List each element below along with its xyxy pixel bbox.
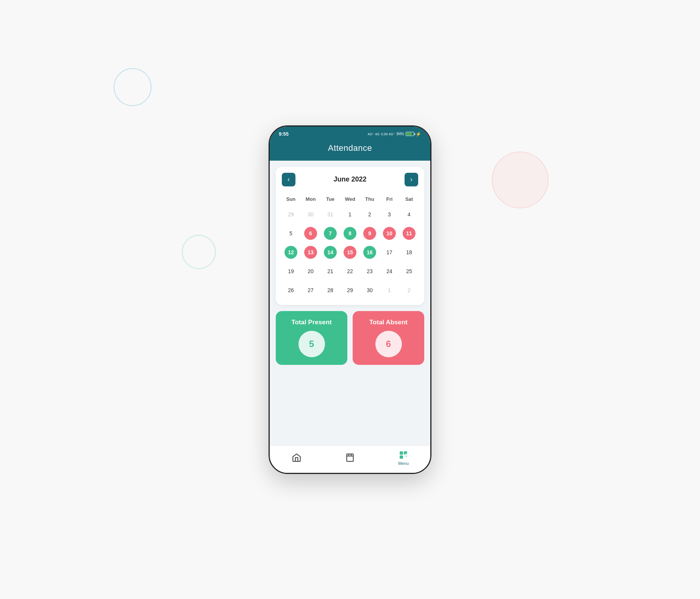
phone-shell: 9:55 4G⁺ 4G 0.00 4G⁺ 84% ⚡ Attendance ‹ … (269, 125, 431, 474)
menu-label: Menu (398, 461, 409, 466)
day-cell[interactable]: 4 (400, 206, 418, 223)
day-cell-present[interactable]: 14 (321, 244, 339, 261)
decorative-circle-blue-outline (114, 68, 152, 106)
day-header-tue: Tue (321, 194, 339, 204)
day-header-mon: Mon (302, 194, 320, 204)
day-cell[interactable]: 27 (302, 282, 320, 299)
day-header-wed: Wed (341, 194, 359, 204)
calendar-card: ‹ June 2022 › Sun Mon Tue Wed Thu Fri Sa… (276, 167, 424, 305)
present-card[interactable]: Total Present 5 (276, 311, 347, 365)
day-cell-absent[interactable]: 11 (400, 225, 418, 242)
day-cell[interactable]: 30 (361, 282, 379, 299)
day-cell-present[interactable]: 8 (341, 225, 359, 242)
charging-icon: ⚡ (416, 131, 421, 137)
day-cell[interactable]: 1 (380, 282, 398, 299)
day-cell[interactable]: 1 (341, 206, 359, 223)
present-label: Total Present (291, 319, 331, 326)
absent-card[interactable]: Total Absent 6 (353, 311, 424, 365)
svg-rect-0 (347, 454, 353, 461)
day-cell[interactable]: 3 (380, 206, 398, 223)
nav-menu[interactable]: + Menu (398, 450, 409, 466)
decorative-circle-red (492, 152, 548, 208)
day-header-fri: Fri (380, 194, 398, 204)
decorative-circle-green (182, 235, 216, 269)
stats-row: Total Present 5 Total Absent 6 (276, 311, 424, 365)
bottom-nav: + Menu (270, 446, 430, 473)
status-bar: 9:55 4G⁺ 4G 0.00 4G⁺ 84% ⚡ (270, 127, 430, 140)
page-title: Attendance (276, 143, 424, 153)
month-title: June 2022 (333, 175, 366, 183)
present-value: 5 (309, 339, 314, 349)
absent-value-circle: 6 (375, 331, 402, 357)
day-cell[interactable]: 18 (400, 244, 418, 261)
day-header-sun: Sun (282, 194, 300, 204)
status-icons: 4G⁺ 4G 0.00 4G⁺ 84% ⚡ (367, 131, 421, 137)
day-cell[interactable]: 2 (400, 282, 418, 299)
day-cell[interactable]: 24 (380, 263, 398, 280)
bookmark-icon (345, 452, 355, 463)
day-cell-present[interactable]: 12 (282, 244, 300, 261)
content-area: ‹ June 2022 › Sun Mon Tue Wed Thu Fri Sa… (270, 161, 430, 446)
app-header: Attendance (270, 140, 430, 161)
absent-label: Total Absent (369, 319, 408, 326)
status-time: 9:55 (279, 131, 289, 137)
day-cell[interactable]: 17 (380, 244, 398, 261)
day-cell-absent[interactable]: 13 (302, 244, 320, 261)
menu-icon: + (398, 450, 409, 460)
battery-icon (406, 132, 414, 136)
day-cell[interactable]: 20 (302, 263, 320, 280)
day-cell[interactable]: 23 (361, 263, 379, 280)
day-cell-absent[interactable]: 9 (361, 225, 379, 242)
day-cell[interactable]: 5 (282, 225, 300, 242)
day-cell-present[interactable]: 16 (361, 244, 379, 261)
absent-value: 6 (386, 339, 391, 349)
day-cell-absent[interactable]: 6 (302, 225, 320, 242)
day-cell[interactable]: 30 (302, 206, 320, 223)
data-icon: 0.00 4G⁺ (381, 132, 395, 136)
day-cell-absent[interactable]: 15 (341, 244, 359, 261)
signal-icon: 4G⁺ 4G (367, 132, 380, 136)
day-header-thu: Thu (361, 194, 379, 204)
next-month-button[interactable]: › (405, 173, 418, 186)
day-cell[interactable]: 28 (321, 282, 339, 299)
svg-rect-1 (400, 451, 403, 455)
day-cell[interactable]: 29 (341, 282, 359, 299)
svg-rect-3 (400, 455, 403, 459)
day-header-sat: Sat (400, 194, 418, 204)
day-cell[interactable]: 29 (282, 206, 300, 223)
home-icon (291, 452, 302, 463)
nav-bookmark[interactable] (345, 452, 355, 463)
day-cell[interactable]: 2 (361, 206, 379, 223)
day-cell[interactable]: 25 (400, 263, 418, 280)
battery-percent: 84% (397, 132, 404, 136)
month-navigation: ‹ June 2022 › (282, 173, 418, 186)
day-cell[interactable]: 22 (341, 263, 359, 280)
day-cell[interactable]: 19 (282, 263, 300, 280)
day-cell-present[interactable]: 7 (321, 225, 339, 242)
present-value-circle: 5 (298, 331, 325, 357)
day-cell[interactable]: 31 (321, 206, 339, 223)
day-cell[interactable]: 26 (282, 282, 300, 299)
day-cell[interactable]: 21 (321, 263, 339, 280)
calendar-grid: Sun Mon Tue Wed Thu Fri Sat 29 30 31 1 2… (282, 194, 418, 299)
nav-home[interactable] (291, 452, 302, 463)
day-cell-absent[interactable]: 10 (380, 225, 398, 242)
prev-month-button[interactable]: ‹ (282, 173, 295, 186)
